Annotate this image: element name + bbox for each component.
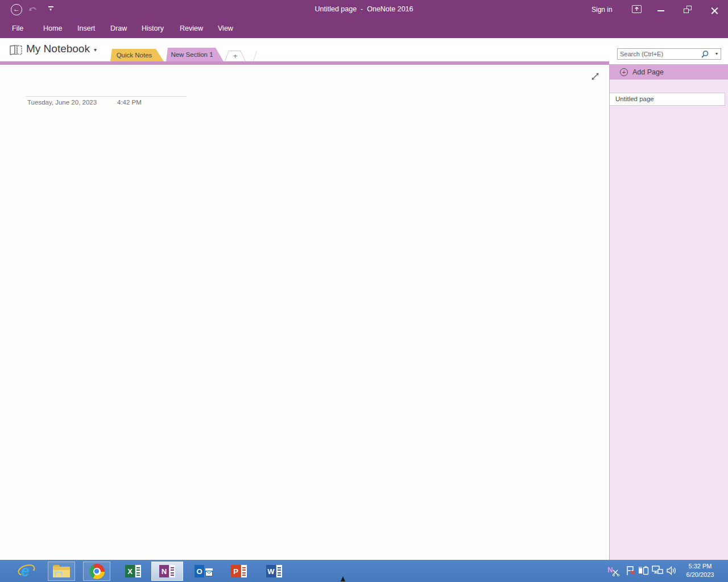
plus-circle-icon: + (620, 68, 628, 76)
restore-button[interactable] (684, 6, 692, 13)
taskbar-excel-icon[interactable]: X (121, 562, 146, 581)
menu-file[interactable]: File (12, 24, 23, 32)
tray-power-battery-icon[interactable] (638, 566, 650, 577)
search-scope-dropdown-icon[interactable]: ▾ (715, 51, 718, 56)
tray-date: 6/20/2023 (681, 571, 719, 579)
window-title: Untitled page - OneNote 2016 (0, 5, 728, 13)
search-box[interactable]: ▾ (617, 48, 721, 60)
notebook-dropdown-icon[interactable]: ▾ (94, 47, 97, 53)
tab-edge-divider (253, 51, 257, 61)
taskbar-powerpoint-icon[interactable]: P (226, 562, 251, 581)
tray-time: 5:32 PM (681, 562, 719, 571)
add-page-button[interactable]: + Add Page (610, 64, 728, 80)
menu-history[interactable]: History (142, 24, 164, 32)
tray-clock[interactable]: 5:32 PM 6/20/2023 (681, 562, 719, 579)
notebook-name[interactable]: My Notebook (26, 43, 90, 55)
page-list-panel: + Add Page Untitled page (609, 64, 728, 560)
add-page-label: Add Page (632, 68, 664, 76)
menu-draw[interactable]: Draw (110, 24, 127, 32)
menu-review[interactable]: Review (180, 24, 203, 32)
tray-action-center-flag-icon[interactable] (626, 566, 636, 578)
taskbar: e X N O P W N 5:32 PM 6/20 (0, 560, 728, 582)
notebook-icon (9, 45, 23, 57)
plus-icon: + (225, 51, 245, 61)
mouse-cursor (341, 576, 345, 581)
section-tab-quick-notes[interactable]: Quick Notes (110, 49, 164, 61)
search-input[interactable] (620, 49, 700, 59)
menu-view[interactable]: View (218, 24, 233, 32)
taskbar-outlook-icon[interactable]: O (191, 562, 216, 581)
page-list-item-untitled[interactable]: Untitled page (610, 93, 725, 106)
taskbar-internet-explorer-icon[interactable]: e (15, 562, 39, 581)
title-bar: ← ▾ Untitled page - OneNote 2016 Sign in… (0, 0, 728, 38)
page-time-stamp: 4:42 PM (117, 99, 142, 106)
ribbon-menu: File Home Insert Draw History Review Vie… (0, 22, 728, 38)
page-canvas[interactable]: Tuesday, June 20, 2023 4:42 PM (0, 65, 609, 560)
tray-onenote-clipper-icon[interactable]: N (607, 564, 620, 577)
create-new-section-button[interactable]: + (225, 51, 246, 61)
tray-network-icon[interactable] (652, 566, 663, 577)
menu-home[interactable]: Home (43, 24, 62, 32)
minimize-button[interactable] (657, 10, 664, 11)
notebook-bar: My Notebook ▾ Quick Notes New Section 1 … (0, 38, 728, 61)
search-icon[interactable] (701, 50, 709, 61)
page-date-stamp: Tuesday, June 20, 2023 (27, 99, 97, 106)
full-page-view-icon[interactable] (590, 72, 600, 84)
close-button[interactable] (710, 6, 719, 15)
taskbar-onenote-icon[interactable]: N (151, 562, 183, 581)
taskbar-word-icon[interactable]: W (262, 562, 287, 581)
page-title-underline (26, 96, 187, 97)
tray-volume-icon[interactable] (666, 566, 677, 578)
section-tab-new-section-1[interactable]: New Section 1 (166, 48, 224, 61)
sign-in-link[interactable]: Sign in (592, 6, 613, 14)
menu-insert[interactable]: Insert (77, 24, 95, 32)
taskbar-file-explorer-icon[interactable] (48, 562, 75, 581)
taskbar-chrome-icon[interactable] (83, 562, 110, 581)
ribbon-display-options-icon[interactable] (632, 5, 642, 15)
